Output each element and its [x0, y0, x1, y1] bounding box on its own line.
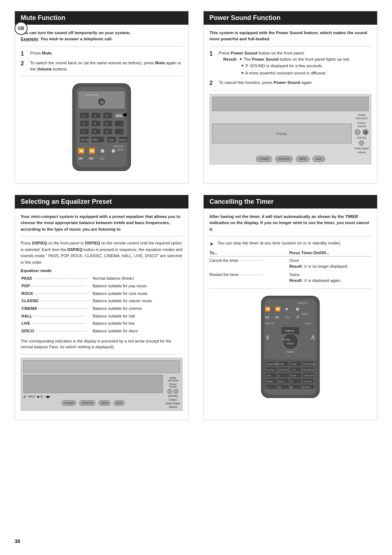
eq-mode-disco: DISCO ··································…	[21, 328, 182, 335]
svg-text:▲: ▲	[267, 386, 269, 388]
svg-rect-7	[91, 113, 101, 118]
svg-text:7: 7	[83, 130, 84, 133]
eq-modes-table: PASS ···································…	[21, 274, 183, 335]
ps-step-2: 2 To cancel this function, press Power S…	[209, 80, 371, 86]
svg-text:⏸: ⏸	[295, 315, 300, 320]
cancel-timer-remote-image: DVD/CD ⏪ ⏩ ■ ⏺ DECK ⏮ ⏭ ▭ ⏸ Shift 1/2 Ba…	[209, 292, 371, 401]
svg-text:▼: ▼	[291, 380, 293, 382]
eq-body-text: Press DSP/EQ on the front panel or DSP/E…	[21, 240, 183, 266]
svg-rect-17	[115, 121, 124, 126]
eq-mode-rock: ROCK····································…	[21, 290, 182, 297]
eq-mode-cinema: CINEMA ·································…	[21, 305, 182, 312]
power-sound-display-image: Display DolbySurround PowerSound DSP/EQ	[209, 94, 371, 165]
svg-text:2: 2	[94, 114, 96, 117]
svg-text:1: 1	[83, 114, 84, 117]
ps-result: Result: ✦ The Power Sound button on the …	[219, 56, 371, 62]
timer-table: To... Press Timer-On/Off... Cancel the t…	[209, 251, 371, 285]
eq-mode-live: LIVE ···································…	[21, 320, 182, 327]
svg-rect-8	[103, 113, 112, 118]
ct-divider1	[209, 236, 371, 236]
power-sound-section: Power Sound Function This system is equi…	[203, 11, 377, 184]
svg-text:Disc Skip: Disc Skip	[81, 139, 90, 141]
svg-text:Band Music: Band Music	[303, 369, 314, 371]
svg-text:▭: ▭	[100, 155, 105, 161]
svg-text:Angle: Angle	[279, 363, 284, 365]
svg-text:DVD/CD: DVD/CD	[298, 302, 307, 304]
svg-text:◀: ◀	[279, 386, 281, 388]
svg-rect-24	[115, 129, 124, 134]
equalizer-section: Selecting an Equalizer Preset Your mini-…	[15, 195, 189, 420]
cancel-timer-intro: After having set the timer, it will star…	[209, 214, 371, 232]
svg-text:8: 8	[94, 130, 96, 133]
svg-rect-21	[80, 129, 89, 134]
svg-text:AUX: AUX	[267, 374, 271, 377]
svg-rect-22	[91, 129, 101, 134]
svg-text:Shift 1/2: Shift 1/2	[265, 322, 274, 325]
ps-divider2	[209, 90, 371, 90]
svg-text:On/Standby: On/Standby	[85, 94, 99, 97]
svg-text:4: 4	[83, 122, 84, 125]
ct-divider2	[209, 288, 371, 289]
svg-text:Sound Mode: Sound Mode	[303, 363, 315, 365]
svg-text:Volume: Volume	[266, 380, 273, 382]
svg-text:Repeat: Repeat	[119, 139, 126, 141]
svg-text:⏭: ⏭	[275, 315, 279, 320]
svg-text:⏺: ⏺	[295, 307, 300, 312]
svg-text:⏪: ⏪	[265, 306, 270, 312]
eq-divider2	[21, 354, 183, 354]
ps-divider1	[209, 46, 371, 46]
timer-row-cancel: Cancel the timer ····················· O…	[209, 256, 371, 271]
svg-text:Volume: Volume	[285, 329, 294, 332]
svg-text:Tuning: Tuning	[282, 338, 290, 341]
eq-divider1	[21, 236, 183, 236]
mute-step-2: 2 To switch the sound back on (at the sa…	[21, 60, 183, 73]
svg-rect-16	[103, 121, 112, 126]
svg-text:9: 9	[106, 130, 107, 133]
svg-rect-6	[80, 113, 89, 118]
svg-text:▶: ▶	[291, 386, 293, 388]
svg-text:6: 6	[106, 122, 107, 125]
svg-text:∧: ∧	[310, 333, 316, 341]
svg-text:6 Info Title: 6 Info Title	[304, 374, 313, 377]
cancel-timer-header: Cancelling the Timer	[204, 195, 377, 208]
svg-text:DVD/CD: DVD/CD	[113, 145, 123, 147]
eq-mode-pass: PASS ···································…	[21, 275, 182, 282]
svg-rect-15	[91, 121, 101, 126]
power-sound-header: Power Sound Function	[204, 11, 377, 25]
mute-step-1: 1 Press Mute.	[21, 50, 183, 57]
svg-text:5-Entr: 5-Entr	[291, 374, 297, 377]
svg-rect-23	[103, 129, 112, 134]
svg-text:Band: Band	[305, 322, 311, 325]
gb-badge: GB	[15, 22, 28, 35]
svg-text:∨: ∨	[265, 333, 270, 341]
cancel-timer-arrow-text: ➤ You can stop the timer at any time (sy…	[209, 240, 371, 248]
svg-text:DECK: DECK	[301, 313, 309, 315]
svg-text:⏮: ⏮	[78, 155, 83, 161]
svg-text:⏻: ⏻	[100, 100, 104, 104]
page-number: 38	[15, 538, 20, 544]
svg-text:▭: ▭	[285, 315, 289, 320]
svg-text:⏭: ⏭	[89, 155, 94, 161]
svg-text:Mute: Mute	[116, 114, 122, 117]
eq-mode-header: Equalizer mode	[21, 268, 183, 273]
divider2	[21, 76, 183, 76]
eq-intro: Your mini-compact system is equipped wit…	[21, 214, 183, 232]
svg-text:−: −	[288, 355, 290, 358]
ps-step-1: 1 Press Power Sound button on the front …	[209, 50, 371, 77]
power-sound-intro: This system is equipped with the Power S…	[209, 30, 371, 42]
mute-remote-image: On/Standby ⏻ 1 2 3 Mute	[21, 80, 183, 174]
eq-mode-pop: POP ····································…	[21, 283, 182, 289]
svg-text:4: 4	[279, 374, 280, 377]
svg-text:Info Title: Info Title	[304, 380, 311, 382]
mute-section: Mute Function You can turn the sound off…	[15, 11, 189, 184]
svg-text:Mode: Mode	[287, 342, 294, 345]
svg-text:⏹: ⏹	[100, 148, 105, 154]
svg-text:Volume: Volume	[286, 351, 294, 353]
svg-text:⏪: ⏪	[78, 148, 85, 154]
eq-note: The corresponding indication in the disp…	[21, 338, 183, 350]
mute-intro: You can turn the sound off temporarily o…	[21, 30, 183, 42]
svg-text:Trim: Trim	[292, 369, 296, 371]
svg-point-64	[282, 333, 298, 349]
svg-text:5: 5	[94, 122, 96, 125]
eq-mode-hall: HALL ···································…	[21, 313, 182, 320]
